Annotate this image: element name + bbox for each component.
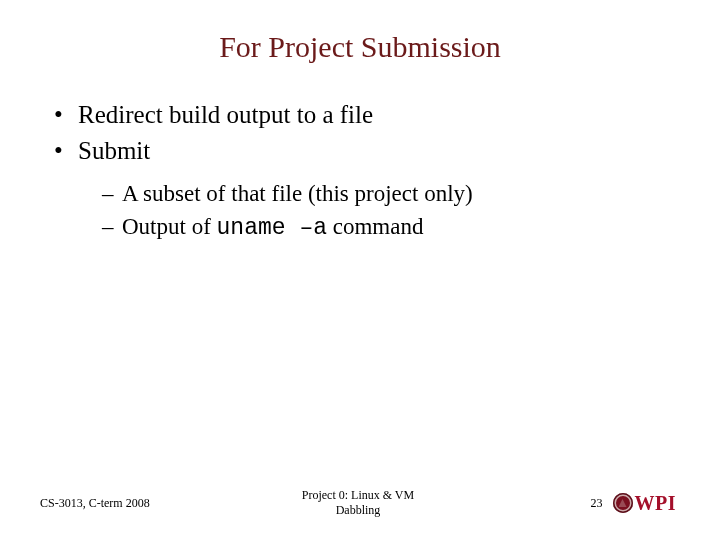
sub-bullet-text: A subset of that file (this project only…: [122, 181, 473, 206]
sub-bullet-text-before: Output of: [122, 214, 217, 239]
sub-bullet-text-after: command: [327, 214, 423, 239]
wpi-logo-text: WPI: [635, 492, 677, 515]
bullet-item: Submit A subset of that file (this proje…: [54, 134, 670, 244]
slide-title: For Project Submission: [50, 30, 670, 64]
sub-bullet-list: A subset of that file (this project only…: [102, 178, 670, 244]
footer-center: Project 0: Linux & VM Dabbling: [220, 488, 496, 518]
footer-center-line2: Dabbling: [336, 503, 381, 517]
footer-center-line1: Project 0: Linux & VM: [302, 488, 414, 502]
wpi-seal-icon: [613, 493, 633, 513]
bullet-item: Redirect build output to a file: [54, 98, 670, 132]
footer: CS-3013, C-term 2008 Project 0: Linux & …: [0, 488, 720, 518]
bullet-text: Redirect build output to a file: [78, 101, 373, 128]
wpi-logo: WPI: [613, 492, 677, 515]
footer-right: 23 WPI: [496, 492, 676, 515]
sub-bullet-code: uname –a: [217, 215, 327, 241]
slide: For Project Submission Redirect build ou…: [0, 0, 720, 540]
footer-left: CS-3013, C-term 2008: [40, 496, 220, 511]
bullet-list: Redirect build output to a file Submit A…: [54, 98, 670, 244]
sub-bullet-item: A subset of that file (this project only…: [102, 178, 670, 209]
page-number: 23: [591, 496, 603, 511]
bullet-text: Submit: [78, 137, 150, 164]
sub-bullet-item: Output of uname –a command: [102, 211, 670, 244]
